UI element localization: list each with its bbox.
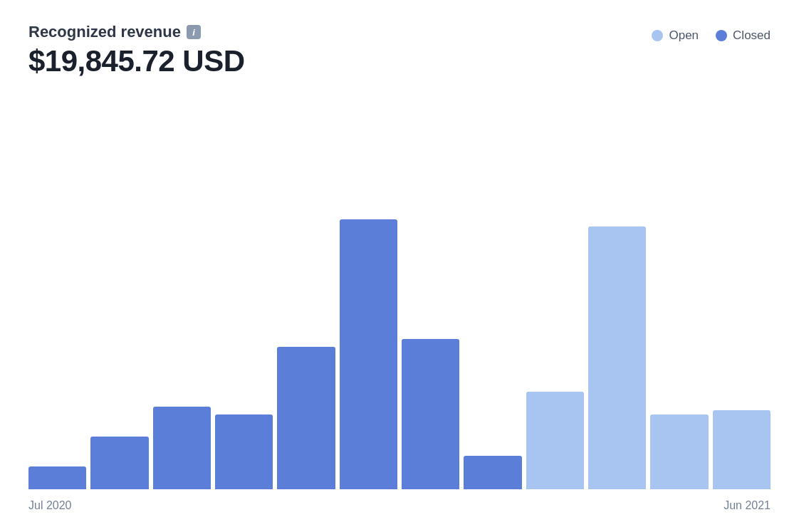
bar-10 bbox=[650, 414, 708, 489]
bar-5 bbox=[340, 219, 397, 489]
closed-dot bbox=[716, 30, 727, 41]
widget-header: Recognized revenue i $19,845.72 USD Open… bbox=[28, 23, 771, 78]
bar-0 bbox=[28, 466, 86, 489]
bar-2 bbox=[153, 407, 211, 489]
title-section: Recognized revenue i $19,845.72 USD bbox=[28, 23, 245, 78]
info-icon[interactable]: i bbox=[187, 25, 201, 39]
x-label-end: Jun 2021 bbox=[724, 499, 771, 512]
legend-item-open: Open bbox=[652, 28, 699, 43]
open-label: Open bbox=[669, 28, 699, 43]
bar-9 bbox=[588, 226, 646, 489]
bar-6 bbox=[402, 339, 459, 489]
bar-1 bbox=[90, 437, 148, 489]
legend-item-closed: Closed bbox=[716, 28, 771, 43]
open-dot bbox=[652, 30, 663, 41]
chart-legend: Open Closed bbox=[652, 28, 771, 43]
chart-title: Recognized revenue bbox=[28, 23, 181, 41]
bars-container bbox=[28, 114, 771, 489]
title-row: Recognized revenue i bbox=[28, 23, 245, 41]
bar-4 bbox=[277, 347, 335, 489]
x-label-start: Jul 2020 bbox=[28, 499, 72, 512]
revenue-amount: $19,845.72 USD bbox=[28, 44, 245, 78]
closed-label: Closed bbox=[733, 28, 771, 43]
bar-11 bbox=[713, 410, 771, 489]
chart-area bbox=[28, 114, 771, 489]
x-axis: Jul 2020 Jun 2021 bbox=[28, 499, 771, 512]
revenue-widget: Recognized revenue i $19,845.72 USD Open… bbox=[0, 0, 799, 532]
bar-8 bbox=[526, 392, 584, 489]
bar-7 bbox=[464, 456, 521, 489]
bar-3 bbox=[215, 414, 273, 489]
